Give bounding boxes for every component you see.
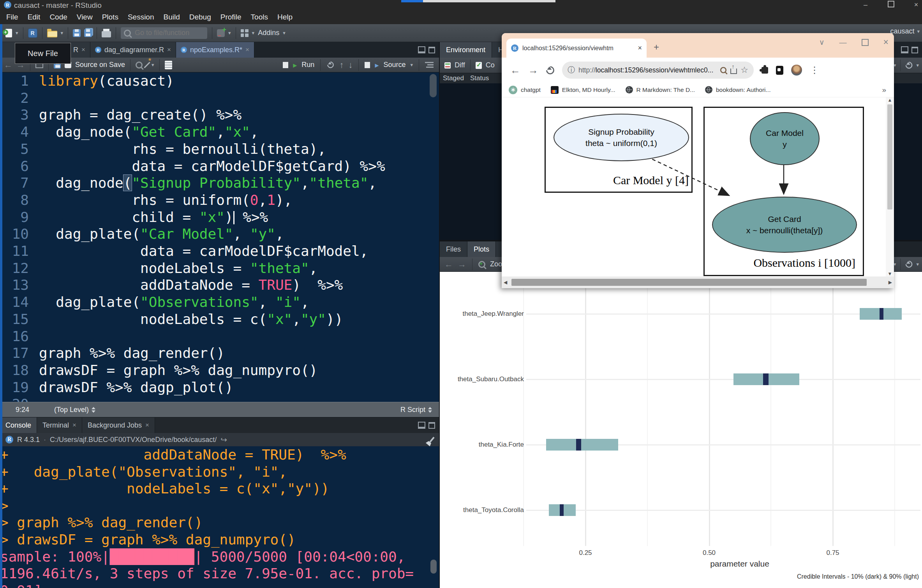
pane-maximize-icon[interactable] — [428, 47, 435, 53]
tab-close-icon[interactable]: × — [145, 421, 149, 429]
rerun-icon[interactable] — [326, 60, 335, 70]
bookmarks-overflow-icon[interactable]: » — [882, 86, 886, 94]
vscroll-thumb[interactable] — [887, 104, 892, 209]
run-next-icon[interactable]: ↓ — [348, 60, 353, 70]
refresh-icon[interactable] — [904, 60, 914, 70]
workspace-panes-icon[interactable] — [241, 29, 249, 37]
window-close-button[interactable]: × — [910, 1, 922, 9]
refresh-plot-icon[interactable] — [904, 259, 914, 269]
bookmark-star-icon[interactable]: ☆ — [740, 65, 748, 75]
version-control-icon[interactable] — [217, 29, 225, 37]
console-tab-background-jobs[interactable]: Background Jobs× — [82, 417, 155, 433]
goto-file-input[interactable] — [134, 28, 202, 37]
save-all-icon[interactable] — [84, 29, 92, 37]
goto-file-search[interactable] — [121, 27, 207, 39]
tab-close-icon[interactable]: × — [167, 46, 171, 54]
bookmark-4[interactable]: bookdown: Authori... — [705, 86, 770, 93]
document-outline-icon[interactable] — [425, 62, 434, 68]
panes-dropdown[interactable]: ▾ — [252, 30, 255, 36]
open-file-dropdown[interactable]: ▾ — [61, 30, 63, 36]
previous-plot-icon[interactable]: ← — [444, 259, 453, 269]
addins-button[interactable]: Addins — [258, 29, 279, 37]
diff-icon[interactable] — [444, 62, 451, 69]
run-previous-icon[interactable]: ↑ — [339, 60, 344, 70]
addins-dropdown[interactable]: ▾ — [283, 30, 286, 36]
profile-avatar[interactable] — [791, 65, 802, 76]
bookmark-3[interactable]: R Markdown: The D... — [626, 86, 695, 93]
new-file-icon[interactable]: + — [5, 29, 12, 37]
browser-tab[interactable]: R localhost:15296/session/viewhtm × — [506, 39, 647, 58]
find-icon[interactable] — [136, 62, 143, 69]
filetype-selector[interactable]: R Script — [400, 406, 432, 414]
menu-edit[interactable]: Edit — [25, 13, 47, 21]
extension-dark-icon[interactable] — [776, 66, 783, 75]
tab-close-icon[interactable]: × — [245, 46, 249, 54]
share-icon[interactable] — [730, 69, 737, 74]
menu-session[interactable]: Session — [125, 13, 160, 21]
code-tools-dropdown[interactable]: ▾ — [152, 62, 154, 68]
back-icon[interactable]: ← — [4, 60, 12, 70]
goto-directory-icon[interactable]: ↪ — [220, 435, 227, 444]
pane-minimize-icon[interactable] — [418, 422, 425, 429]
bookmark-2[interactable]: Elkton, MD Hourly... — [551, 86, 615, 94]
menu-view[interactable]: View — [74, 13, 99, 21]
source-button[interactable]: Source — [383, 61, 405, 69]
editor-tab-npoexamples[interactable]: R npoExamples.R* × — [176, 42, 254, 58]
console-pane-controls[interactable] — [418, 422, 435, 429]
zoom-label[interactable]: Zoo — [490, 260, 502, 268]
menu-file[interactable]: File — [3, 13, 25, 21]
clear-console-icon[interactable] — [429, 437, 434, 443]
pane-minimize-icon[interactable] — [901, 46, 908, 53]
version-control-dropdown[interactable]: ▾ — [228, 30, 231, 36]
window-maximize-button[interactable] — [885, 1, 897, 9]
new-file-dropdown[interactable]: ▾ — [16, 30, 18, 36]
browser-maximize-button[interactable] — [862, 39, 869, 46]
print-icon[interactable] — [102, 31, 111, 37]
browser-kebab-menu-icon[interactable]: ⋮ — [810, 65, 819, 76]
hscroll-thumb[interactable] — [511, 279, 867, 286]
refresh-dropdown[interactable]: ▾ — [916, 62, 919, 68]
tab-close-icon[interactable]: × — [81, 46, 85, 54]
browser-reload-icon[interactable] — [545, 64, 556, 76]
editor-tab-dag-diagrammer[interactable]: R dag_diagrammer.R × — [90, 42, 176, 58]
scope-selector[interactable]: (Top Level) — [54, 406, 95, 414]
refresh-plot-dropdown[interactable]: ▾ — [916, 261, 919, 267]
console-scrollbar-thumb[interactable] — [430, 560, 437, 574]
pane-maximize-icon[interactable] — [911, 47, 918, 53]
tab-close-icon[interactable]: × — [72, 421, 76, 429]
scroll-right-icon[interactable]: ▶ — [889, 280, 892, 285]
env-pane-controls[interactable] — [901, 46, 918, 53]
scroll-down-icon[interactable]: ▼ — [888, 271, 892, 276]
browser-minimize-button[interactable]: — — [839, 38, 847, 47]
source-dropdown[interactable]: ▾ — [410, 62, 413, 68]
editor-scrollbar-thumb[interactable] — [430, 74, 437, 97]
menu-help[interactable]: Help — [274, 13, 299, 21]
browser-back-icon[interactable]: ← — [510, 64, 520, 76]
browser-close-button[interactable]: × — [883, 37, 889, 48]
browser-vertical-scrollbar[interactable]: ▲ ▼ — [886, 97, 894, 276]
next-plot-icon[interactable]: → — [458, 259, 466, 269]
menu-debug[interactable]: Debug — [186, 13, 217, 21]
code-editor[interactable]: 1library(causact)23graph = dag_create() … — [0, 72, 439, 402]
pane-minimize-icon[interactable] — [418, 46, 425, 53]
tab-close-icon[interactable]: × — [638, 44, 642, 52]
compile-report-icon[interactable] — [165, 61, 172, 69]
console-output[interactable]: + addDataNode = TRUE) %>%+ dag_plate("Ob… — [0, 446, 439, 588]
new-tab-button[interactable]: + — [654, 42, 659, 53]
menu-tools[interactable]: Tools — [248, 13, 274, 21]
commit-icon[interactable] — [476, 62, 482, 69]
code-tools-icon[interactable] — [144, 62, 150, 68]
console-tab-terminal[interactable]: Terminal× — [37, 417, 82, 433]
browser-horizontal-scrollbar[interactable]: ◀ ▶ — [502, 276, 894, 288]
new-project-icon[interactable]: R — [28, 28, 37, 38]
browser-forward-icon[interactable]: → — [528, 64, 538, 76]
run-button[interactable]: Run — [301, 61, 314, 69]
open-file-icon[interactable] — [47, 31, 57, 37]
tab-environment[interactable]: Environment — [440, 42, 492, 58]
browser-menu-chevron-icon[interactable]: ∨ — [819, 38, 825, 47]
menu-plots[interactable]: Plots — [99, 13, 125, 21]
editor-pane-controls[interactable] — [418, 42, 435, 58]
save-icon[interactable] — [73, 29, 81, 37]
project-selector[interactable]: causact ▾ — [890, 27, 920, 35]
menu-code[interactable]: Code — [46, 13, 73, 21]
